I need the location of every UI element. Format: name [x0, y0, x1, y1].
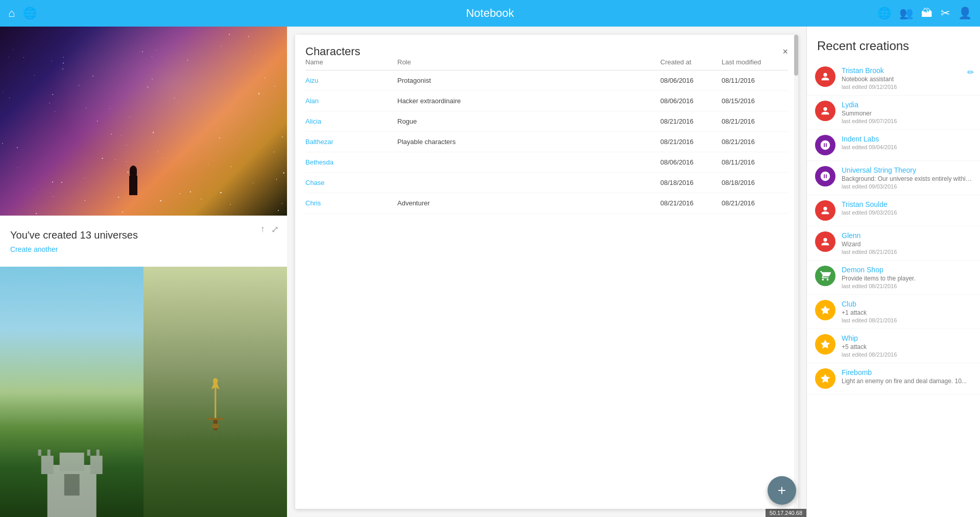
char-role-balthezar: Playable characters [397, 138, 660, 146]
creation-info-universal-string-theory: Universal String Theory Background: Our … [842, 166, 972, 190]
creation-name-demon-shop[interactable]: Demon Shop [842, 266, 972, 274]
avatar-indent-labs [815, 135, 835, 155]
globe-icon[interactable]: 🌐 [23, 7, 37, 20]
avatar-tristan-brook [815, 66, 835, 87]
creation-name-tristan-soulde[interactable]: Tristan Soulde [842, 200, 972, 208]
castle-card[interactable] [0, 267, 144, 517]
char-name-chris[interactable]: Chris [305, 199, 397, 207]
char-role-alan: Hacker extraordinaire [397, 97, 660, 105]
creation-desc-tristan-brook: Notebook assistant [842, 76, 972, 83]
creation-info-firebomb: Firebomb Light an enemy on fire and deal… [842, 368, 972, 385]
char-name-bethesda[interactable]: Bethesda [305, 158, 397, 166]
modal-content: Name Role Created at Last modified Aizu … [295, 58, 798, 497]
char-role-alicia: Rogue [397, 118, 660, 125]
creation-name-universal-string-theory[interactable]: Universal String Theory [842, 166, 972, 174]
char-created-chris: 08/21/2016 [660, 199, 722, 207]
char-name-alan[interactable]: Alan [305, 97, 397, 105]
people-icon[interactable]: 👥 [899, 7, 913, 20]
creation-name-whip[interactable]: Whip [842, 334, 972, 342]
creation-info-club: Club +1 attack last edited 08/21/2016 [842, 300, 972, 323]
expand-icon[interactable]: ⤢ [271, 224, 279, 235]
creation-date-demon-shop: last edited 08/21/2016 [842, 283, 972, 289]
creation-name-indent-labs[interactable]: Indent Labs [842, 135, 972, 143]
creation-name-firebomb[interactable]: Firebomb [842, 368, 972, 377]
universe-card: You've created 13 universes Create anoth… [0, 27, 287, 267]
universe-actions: ↑ ⤢ [260, 224, 279, 235]
table-row: Alicia Rogue 08/21/2016 08/21/2016 [305, 111, 788, 132]
universe-title: You've created 13 universes [10, 229, 277, 241]
char-modified-alan: 08/15/2016 [722, 97, 788, 105]
globe2-icon[interactable]: 🌐 [877, 7, 891, 20]
creation-item-indent-labs[interactable]: Indent Labs last edited 09/04/2016 [807, 130, 980, 161]
creation-item-tristan-soulde[interactable]: Tristan Soulde last edited 09/03/2016 [807, 195, 980, 226]
svg-rect-7 [87, 450, 90, 456]
char-name-aizu[interactable]: Aizu [305, 77, 397, 84]
creation-desc-club: +1 attack [842, 309, 972, 316]
char-modified-balthezar: 08/21/2016 [722, 138, 788, 146]
creation-date-universal-string-theory: last edited 09/03/2016 [842, 183, 972, 190]
universe-info: You've created 13 universes Create anoth… [0, 216, 287, 267]
creation-item-firebomb[interactable]: Firebomb Light an enemy on fire and deal… [807, 363, 980, 394]
recent-header: Recent creations [807, 27, 980, 61]
universe-image [0, 27, 287, 216]
creation-info-glenn: Glenn Wizard last edited 08/21/2016 [842, 231, 972, 255]
char-created-chase: 08/18/2016 [660, 179, 722, 186]
col-name: Name [305, 58, 397, 66]
table-row: Alan Hacker extraordinaire 08/06/2016 08… [305, 91, 788, 111]
creation-date-lydia: last edited 09/07/2016 [842, 118, 972, 124]
creation-item-glenn[interactable]: Glenn Wizard last edited 08/21/2016 [807, 226, 980, 261]
char-name-chase[interactable]: Chase [305, 179, 397, 186]
char-name-alicia[interactable]: Alicia [305, 118, 397, 125]
avatar-demon-shop [815, 266, 835, 286]
middle-panel: Characters × Name Role Created at Last m… [287, 27, 806, 517]
char-role-chris: Adventurer [397, 199, 660, 207]
creation-info-tristan-brook: Tristan Brook Notebook assistant last ed… [842, 66, 972, 90]
char-modified-aizu: 08/11/2016 [722, 77, 788, 84]
creation-item-demon-shop[interactable]: Demon Shop Provide items to the player. … [807, 261, 980, 295]
creation-info-demon-shop: Demon Shop Provide items to the player. … [842, 266, 972, 289]
sword-card[interactable] [144, 267, 287, 517]
char-name-balthezar[interactable]: Balthezar [305, 138, 397, 146]
creation-date-tristan-soulde: last edited 09/03/2016 [842, 209, 972, 216]
creation-item-lydia[interactable]: Lydia Summoner last edited 09/07/2016 [807, 96, 980, 130]
svg-rect-4 [64, 474, 79, 496]
fab-button[interactable]: + [768, 476, 796, 505]
table-row: Aizu Protagonist 08/06/2016 08/11/2016 [305, 70, 788, 91]
upload-icon[interactable]: ↑ [260, 224, 265, 235]
person-icon[interactable]: 👤 [958, 7, 972, 20]
table-row: Balthezar Playable characters 08/21/2016… [305, 132, 788, 152]
creation-item-whip[interactable]: Whip +5 attack last edited 08/21/2016 [807, 329, 980, 363]
mountain-icon[interactable]: 🏔 [921, 7, 933, 20]
creation-item-universal-string-theory[interactable]: Universal String Theory Background: Our … [807, 161, 980, 195]
table-header: Name Role Created at Last modified [305, 58, 788, 70]
right-panel: Recent creations Tristan Brook Notebook … [806, 27, 980, 517]
avatar-lydia [815, 101, 835, 121]
modal-scrollbar[interactable] [794, 35, 798, 509]
avatar-glenn [815, 231, 835, 252]
silhouette [129, 175, 137, 195]
home-icon[interactable]: ⌂ [8, 7, 15, 20]
creation-info-indent-labs: Indent Labs last edited 09/04/2016 [842, 135, 972, 150]
edit-icon-tristan-brook[interactable]: ✏ [967, 67, 974, 77]
castle-image [0, 267, 144, 517]
creation-name-club[interactable]: Club [842, 300, 972, 308]
creation-name-tristan-brook[interactable]: Tristan Brook [842, 66, 972, 75]
header-right: 🌐 👥 🏔 ✂ 👤 [877, 7, 972, 20]
modal-close-button[interactable]: × [782, 47, 788, 56]
avatar-firebomb [815, 368, 835, 389]
svg-rect-3 [59, 453, 84, 471]
header-left: ⌂ 🌐 [8, 7, 37, 20]
tool-icon[interactable]: ✂ [941, 7, 950, 20]
ip-badge: 50.17.240.68 [766, 509, 806, 517]
sword-svg [186, 307, 244, 507]
creation-desc-firebomb: Light an enemy on fire and deal damage. … [842, 378, 972, 385]
creation-item-club[interactable]: Club +1 attack last edited 08/21/2016 [807, 295, 980, 329]
create-another-link[interactable]: Create another [10, 245, 277, 253]
creation-name-lydia[interactable]: Lydia [842, 101, 972, 109]
creation-item-tristan-brook[interactable]: Tristan Brook Notebook assistant last ed… [807, 61, 980, 96]
modal-header: Characters × [295, 35, 798, 58]
left-panel: You've created 13 universes Create anoth… [0, 27, 287, 517]
svg-rect-6 [47, 450, 50, 456]
creation-name-glenn[interactable]: Glenn [842, 231, 972, 240]
app-title: Notebook [466, 7, 514, 20]
